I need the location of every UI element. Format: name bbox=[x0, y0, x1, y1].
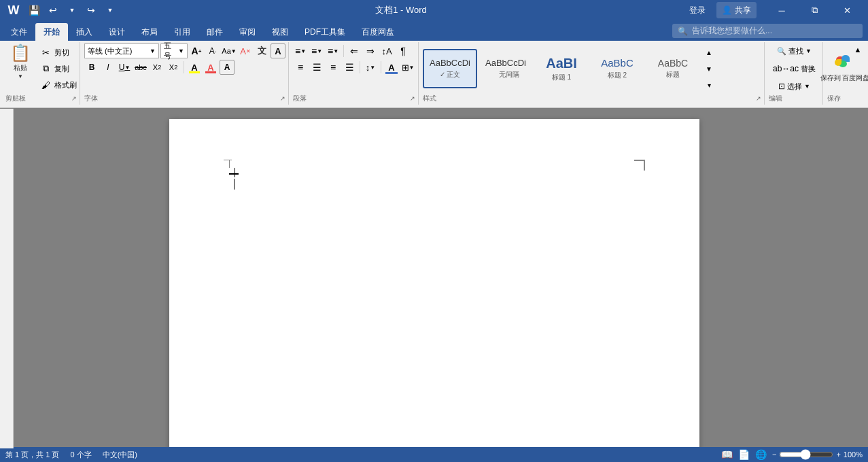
highlight-color-btn[interactable]: A bbox=[203, 60, 218, 75]
style-heading1[interactable]: AaBI 标题 1 bbox=[534, 49, 589, 88]
bullets-btn[interactable]: ≡▼ bbox=[293, 43, 308, 58]
undo-arrow[interactable]: ▼ bbox=[64, 2, 80, 18]
paragraph-expand-icon[interactable]: ↗ bbox=[410, 95, 415, 102]
shading-btn[interactable]: A bbox=[384, 60, 399, 75]
multilevel-btn[interactable]: ≡▼ bbox=[326, 43, 341, 58]
clipboard-expand-icon[interactable]: ↗ bbox=[71, 95, 77, 102]
print-layout-btn[interactable]: 📄 bbox=[738, 449, 750, 460]
ribbon-collapse-btn[interactable]: ▲ bbox=[850, 42, 865, 57]
restore-btn[interactable]: ⧉ bbox=[799, 0, 830, 20]
tell-me-search[interactable]: 🔍 告诉我您想要做什么... bbox=[672, 24, 863, 38]
tab-layout[interactable]: 布局 bbox=[133, 23, 166, 41]
style-heading2[interactable]: AaBbC 标题 2 bbox=[590, 49, 644, 88]
document-page[interactable] bbox=[169, 119, 699, 447]
bold-btn[interactable]: B bbox=[84, 60, 99, 75]
minimize-btn[interactable]: ─ bbox=[766, 0, 797, 20]
styles-expand-icon[interactable]: ↗ bbox=[756, 95, 761, 102]
text-cursor[interactable] bbox=[229, 168, 240, 179]
superscript-btn[interactable]: X2 bbox=[166, 60, 181, 75]
tab-home[interactable]: 开始 bbox=[35, 23, 68, 41]
tab-baidu[interactable]: 百度网盘 bbox=[353, 23, 402, 41]
share-btn[interactable]: 👤共享 bbox=[716, 2, 757, 18]
change-case-btn[interactable]: Aa▼ bbox=[222, 43, 237, 58]
font-expand-icon[interactable]: ↗ bbox=[280, 95, 285, 102]
cut-button[interactable]: ✂ bbox=[38, 45, 53, 60]
zoom-level: 100% bbox=[844, 450, 863, 459]
align-right-btn[interactable]: ≡ bbox=[326, 60, 341, 75]
clear-formatting-btn[interactable]: A✕ bbox=[238, 43, 253, 58]
select-dropdown-icon[interactable]: ▼ bbox=[804, 83, 810, 90]
word-icon: W bbox=[5, 2, 22, 18]
zoom-out-btn[interactable]: − bbox=[772, 450, 776, 459]
copy-button[interactable]: ⧉ bbox=[38, 61, 53, 76]
sort-btn[interactable]: ↕A bbox=[379, 43, 394, 58]
undo-btn[interactable]: ↩ bbox=[45, 2, 61, 18]
increase-indent-btn[interactable]: ⇒ bbox=[363, 43, 378, 58]
show-marks-btn[interactable]: ¶ bbox=[396, 43, 411, 58]
char-border-btn[interactable]: A bbox=[220, 60, 235, 75]
find-btn[interactable]: 🔍 查找 ▼ bbox=[769, 43, 820, 58]
decrease-font-size-btn[interactable]: A- bbox=[205, 43, 220, 58]
styles-scroll-up[interactable]: ▲ bbox=[701, 45, 716, 60]
window-title: 文档1 - Word bbox=[118, 4, 684, 16]
save-quick-btn[interactable]: 💾 bbox=[26, 2, 42, 18]
tab-review[interactable]: 审阅 bbox=[231, 23, 264, 41]
close-btn[interactable]: ✕ bbox=[831, 0, 863, 20]
text-highlight-btn[interactable]: 文 bbox=[254, 43, 269, 58]
search-icon: 🔍 bbox=[678, 26, 688, 36]
italic-btn[interactable]: I bbox=[101, 60, 116, 75]
style-title-preview: AaBbC bbox=[658, 58, 688, 69]
format-painter-button[interactable]: 🖌 bbox=[38, 77, 53, 92]
paste-button[interactable]: 📋 粘贴 ▼ bbox=[5, 43, 35, 79]
align-left-btn[interactable]: ≡ bbox=[293, 60, 308, 75]
read-mode-btn[interactable]: 📖 bbox=[721, 449, 733, 460]
redo-btn[interactable]: ↪ bbox=[83, 2, 99, 18]
style-heading2-preview: AaBbC bbox=[601, 57, 633, 69]
tab-references[interactable]: 引用 bbox=[166, 23, 198, 41]
font-color-A-btn[interactable]: A bbox=[271, 43, 285, 58]
tab-file[interactable]: 文件 bbox=[3, 23, 35, 41]
style-no-spacing-name: ✓ 无间隔 bbox=[492, 70, 519, 79]
document-area bbox=[0, 108, 868, 447]
replace-btn[interactable]: ab↔ac 替换 bbox=[769, 61, 820, 76]
strikethrough-btn[interactable]: abc bbox=[133, 60, 148, 75]
language-indicator[interactable]: 中文(中国) bbox=[103, 450, 137, 460]
text-color-btn[interactable]: A bbox=[187, 60, 202, 75]
styles-more[interactable]: ▾ bbox=[701, 77, 716, 92]
tab-design[interactable]: 设计 bbox=[101, 23, 133, 41]
font-group: 等线 (中文正) ▼ 五号 ▼ A+ A- Aa▼ A✕ 文 A B I U▼ … bbox=[82, 42, 289, 105]
customize-qa-btn[interactable]: ▼ bbox=[102, 2, 118, 18]
borders-btn[interactable]: ⊞▼ bbox=[400, 60, 415, 75]
justify-btn[interactable]: ☰ bbox=[342, 60, 357, 75]
top-right-margin-mark bbox=[634, 160, 645, 171]
line-spacing-btn[interactable]: ↕▼ bbox=[363, 60, 378, 75]
decrease-indent-btn[interactable]: ⇐ bbox=[347, 43, 362, 58]
style-normal[interactable]: AaBbCcDi ✓ 正文 bbox=[423, 49, 477, 88]
find-dropdown-icon[interactable]: ▼ bbox=[805, 48, 812, 54]
web-layout-btn[interactable]: 🌐 bbox=[755, 449, 767, 460]
increase-font-size-btn[interactable]: A+ bbox=[189, 43, 204, 58]
font-size-selector[interactable]: 五号 ▼ bbox=[160, 43, 188, 58]
ribbon-tab-bar: 文件 开始 插入 设计 布局 引用 邮件 审阅 视图 PDF工具集 百度网盘 🔍… bbox=[0, 20, 868, 41]
tab-view[interactable]: 视图 bbox=[264, 23, 296, 41]
styles-scroll-down[interactable]: ▼ bbox=[701, 61, 716, 76]
styles-label: 样式 ↗ bbox=[423, 94, 761, 105]
font-family-selector[interactable]: 等线 (中文正) ▼ bbox=[84, 43, 159, 58]
style-title[interactable]: AaBbC 标题 bbox=[646, 49, 700, 88]
zoom-slider-input[interactable] bbox=[779, 449, 833, 460]
subscript-btn[interactable]: X2 bbox=[150, 60, 164, 75]
font-size-dropdown-icon[interactable]: ▼ bbox=[178, 48, 184, 54]
select-btn[interactable]: ⊡ 选择 ▼ bbox=[769, 79, 820, 94]
zoom-controls[interactable]: − + 100% bbox=[772, 449, 863, 460]
tab-pdf[interactable]: PDF工具集 bbox=[296, 23, 353, 41]
word-count: 0 个字 bbox=[70, 450, 91, 460]
tab-mailings[interactable]: 邮件 bbox=[198, 23, 231, 41]
tab-insert[interactable]: 插入 bbox=[68, 23, 101, 41]
font-family-dropdown-icon[interactable]: ▼ bbox=[150, 48, 156, 54]
numbering-btn[interactable]: ≡▼ bbox=[309, 43, 324, 58]
align-center-btn[interactable]: ☰ bbox=[309, 60, 324, 75]
style-no-spacing[interactable]: AaBbCcDi ✓ 无间隔 bbox=[479, 49, 533, 88]
login-btn[interactable]: 登录 bbox=[684, 2, 711, 18]
zoom-in-btn[interactable]: + bbox=[836, 450, 840, 459]
underline-btn[interactable]: U▼ bbox=[117, 60, 132, 75]
